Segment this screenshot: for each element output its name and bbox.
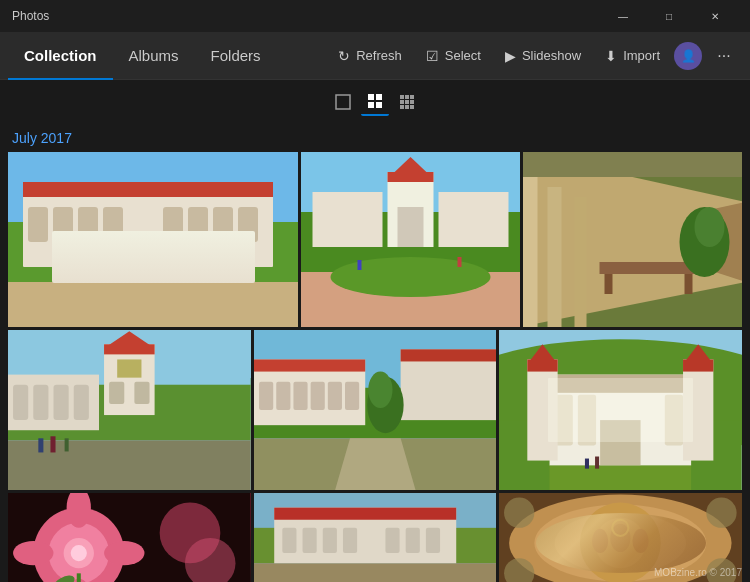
svg-point-50 [695,207,725,247]
photo-thumbnail [8,493,251,582]
view-large-button[interactable] [393,88,421,116]
photo-thumbnail [8,152,298,327]
svg-point-131 [555,513,686,574]
svg-rect-5 [400,95,404,99]
svg-rect-97 [683,359,713,460]
photo-item[interactable] [254,493,497,582]
svg-rect-21 [78,207,98,242]
svg-point-137 [613,520,629,536]
svg-rect-33 [398,207,424,247]
svg-rect-124 [343,528,357,553]
refresh-button[interactable]: ↻ Refresh [328,40,412,72]
svg-rect-94 [528,359,558,460]
import-icon: ⬇ [605,48,617,64]
photos-content[interactable]: July 2017 [0,124,750,582]
tab-albums[interactable]: Albums [113,32,195,80]
photo-item[interactable] [301,152,520,327]
svg-rect-6 [405,95,409,99]
view-medium-button[interactable] [361,88,389,116]
svg-rect-118 [254,563,497,582]
select-button[interactable]: ☑ Select [416,40,491,72]
svg-rect-0 [336,95,350,109]
close-button[interactable]: ✕ [692,0,738,32]
svg-point-36 [331,257,491,297]
svg-rect-7 [410,95,414,99]
photo-thumbnail [523,152,742,327]
svg-point-111 [104,541,144,565]
tab-folders[interactable]: Folders [195,32,277,80]
svg-rect-13 [410,105,414,109]
action-bar: ↻ Refresh ☑ Select ▶ Slideshow ⬇ Import … [328,40,742,72]
photo-row-1 [8,152,742,327]
svg-rect-61 [13,385,28,420]
svg-rect-88 [550,375,692,393]
slideshow-button[interactable]: ▶ Slideshow [495,40,591,72]
svg-point-135 [611,524,631,552]
app-window: Photos — □ ✕ Collection Albums Folders ↻… [0,0,750,582]
photo-row-2 [8,330,742,490]
slideshow-icon: ▶ [505,48,516,64]
svg-rect-12 [405,105,409,109]
svg-rect-122 [302,528,316,553]
svg-rect-54 [104,344,155,415]
view-small-button[interactable] [329,88,357,116]
photo-item[interactable] [523,152,742,327]
svg-rect-46 [600,262,700,274]
svg-point-82 [368,372,392,408]
user-avatar[interactable]: 👤 [674,42,702,70]
svg-rect-65 [38,438,43,452]
svg-rect-1 [368,94,374,100]
svg-rect-67 [65,438,69,451]
svg-point-133 [595,518,646,569]
svg-rect-75 [293,382,307,410]
svg-rect-18 [23,182,273,197]
svg-rect-10 [410,100,414,104]
photo-item[interactable] [499,493,742,582]
import-button[interactable]: ⬇ Import [595,40,670,72]
svg-rect-25 [213,207,233,242]
photo-item[interactable] [8,493,251,582]
photo-thumbnail [254,330,497,490]
svg-rect-93 [600,420,640,466]
svg-rect-73 [259,382,273,410]
more-button[interactable]: ··· [706,40,742,72]
svg-rect-58 [109,382,124,404]
svg-point-132 [580,503,661,582]
svg-rect-8 [400,100,404,104]
svg-rect-121 [282,528,296,553]
svg-point-107 [71,545,87,561]
svg-rect-3 [368,102,374,108]
photo-item[interactable] [8,152,298,327]
svg-rect-80 [400,349,496,361]
photo-item[interactable] [254,330,497,490]
minimize-button[interactable]: — [600,0,646,32]
svg-rect-100 [550,466,692,490]
svg-rect-19 [28,207,48,242]
svg-rect-76 [310,382,324,410]
view-controls [0,80,750,124]
maximize-button[interactable]: □ [646,0,692,32]
photo-item[interactable] [8,330,251,490]
svg-point-134 [592,529,608,553]
svg-rect-127 [426,528,440,553]
svg-rect-59 [134,382,149,404]
window-controls: — □ ✕ [600,0,738,32]
view-small-icon [335,94,351,110]
view-large-icon [399,94,415,110]
svg-point-139 [707,497,737,527]
svg-rect-78 [345,382,359,410]
svg-rect-23 [163,207,183,242]
svg-rect-74 [276,382,290,410]
app-title: Photos [12,9,600,23]
svg-rect-90 [578,395,596,446]
photo-item[interactable] [499,330,742,490]
svg-point-136 [633,529,649,553]
svg-rect-44 [575,197,587,327]
svg-rect-89 [555,395,573,446]
tab-collection[interactable]: Collection [8,32,113,80]
svg-rect-42 [523,172,538,327]
svg-rect-20 [53,207,73,242]
photo-thumbnail [8,330,251,490]
select-icon: ☑ [426,48,439,64]
svg-rect-35 [439,192,509,247]
